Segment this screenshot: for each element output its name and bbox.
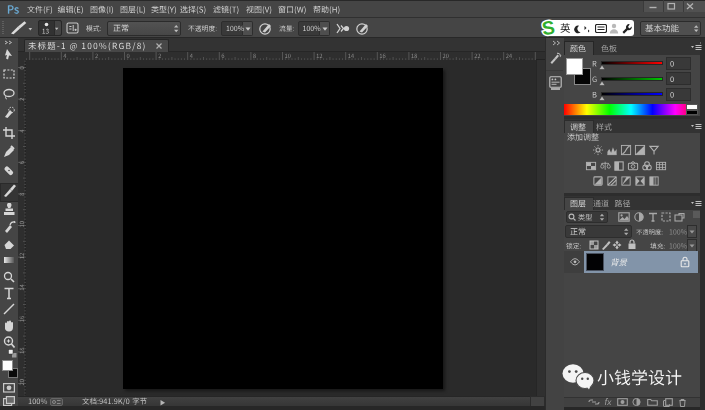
svg-text:S: S — [541, 17, 556, 38]
